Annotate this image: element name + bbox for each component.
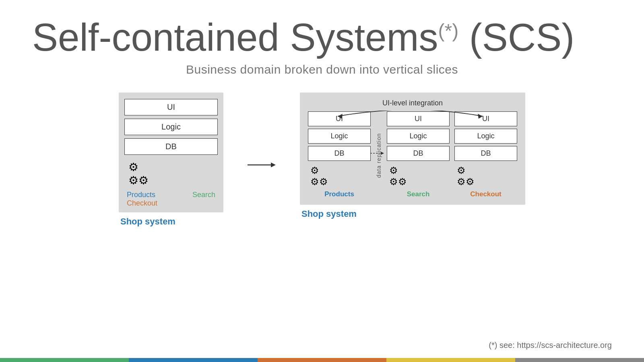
products-logic: Logic <box>308 129 371 144</box>
title-superscript: (*) <box>438 20 458 41</box>
left-ui-layer: UI <box>124 99 218 115</box>
left-labels: Products Checkout Search <box>124 189 218 208</box>
bar-green <box>0 358 129 362</box>
right-diagram-wrapper: UI-level integration UI <box>300 93 525 220</box>
products-column: UI Logic DB ⚙⚙⚙ Product <box>305 111 373 200</box>
products-db: DB <box>308 146 371 161</box>
bottom-color-bar <box>0 358 644 362</box>
bar-orange <box>258 358 386 362</box>
left-logic-layer: Logic <box>124 119 218 135</box>
arrow-svg <box>248 161 276 169</box>
left-diagram-wrapper: UI Logic DB ⚙⚙⚙ Products Checkout Search… <box>119 93 223 227</box>
bar-blue <box>129 358 258 362</box>
search-logic: Logic <box>387 129 450 144</box>
search-db: DB <box>387 146 450 161</box>
bar-yellow <box>386 358 515 362</box>
transition-arrow <box>248 161 276 169</box>
search-gears: ⚙⚙⚙ <box>387 163 450 189</box>
left-shop-label: Shop system <box>119 216 223 227</box>
checkout-db: DB <box>454 146 517 161</box>
bar-gray <box>515 358 644 362</box>
left-db-layer: DB <box>124 138 218 155</box>
data-replication-label: data replication <box>376 133 382 178</box>
main-content: Self-contained Systems(*) (SCS) Business… <box>0 0 644 239</box>
search-column: UI Logic DB ⚙⚙⚙ Search <box>384 111 452 200</box>
ui-level-label: UI-level integration <box>305 99 520 107</box>
footnote: (*) see: https://scs-architecture.org <box>489 341 612 350</box>
search-ui: UI <box>387 111 450 126</box>
products-col-label: Products <box>308 190 371 200</box>
products-gears: ⚙⚙⚙ <box>308 163 371 189</box>
right-inner-wrapper: UI Logic DB ⚙⚙⚙ Product <box>305 111 520 200</box>
diagrams-container: UI Logic DB ⚙⚙⚙ Products Checkout Search… <box>32 93 612 227</box>
search-col-label: Search <box>387 190 450 200</box>
right-shop-label: Shop system <box>300 209 525 219</box>
data-replication-col: data replication <box>373 111 384 200</box>
left-col-block: Products Checkout <box>127 191 157 208</box>
left-products-label: Products <box>127 191 155 199</box>
checkout-ui: UI <box>454 111 517 126</box>
svg-marker-1 <box>271 162 276 167</box>
right-inner: UI Logic DB ⚙⚙⚙ Product <box>305 111 520 200</box>
page-title: Self-contained Systems(*) (SCS) <box>32 16 612 59</box>
arrow-container <box>248 93 276 213</box>
left-checkout-label: Checkout <box>127 199 157 207</box>
left-search-label: Search <box>192 191 215 208</box>
checkout-logic: Logic <box>454 129 517 144</box>
products-ui: UI <box>308 111 371 126</box>
right-diagram: UI-level integration UI <box>300 93 525 205</box>
left-gears: ⚙⚙⚙ <box>124 158 218 189</box>
left-diagram: UI Logic DB ⚙⚙⚙ Products Checkout Search <box>119 93 223 212</box>
subtitle: Business domain broken down into vertica… <box>32 63 612 76</box>
checkout-gears: ⚙⚙⚙ <box>454 163 517 189</box>
checkout-column: UI Logic DB ⚙⚙⚙ Checkout <box>452 111 520 200</box>
checkout-col-label: Checkout <box>454 190 517 200</box>
